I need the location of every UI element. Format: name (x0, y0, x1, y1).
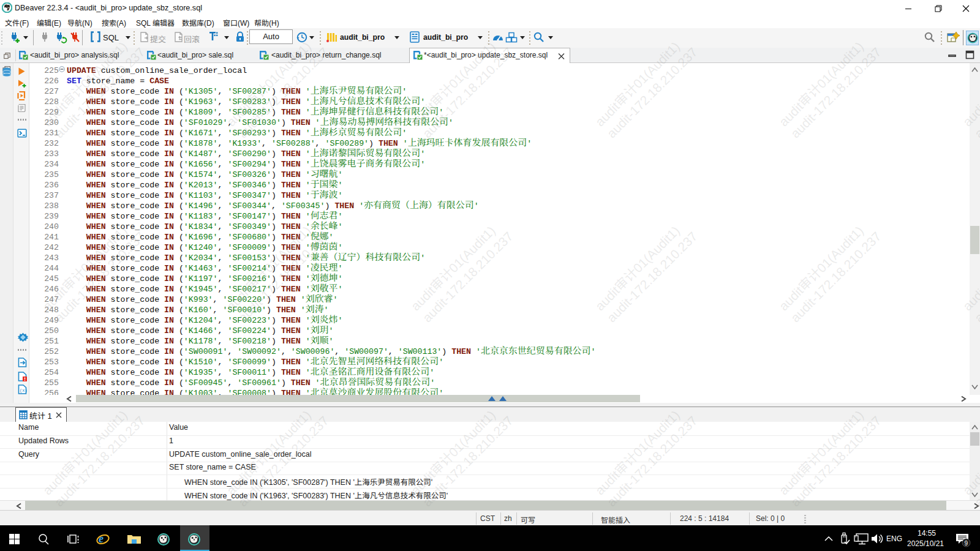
svg-text:9: 9 (965, 540, 968, 547)
svg-text:e: e (99, 533, 104, 545)
svg-text:(x): (x) (20, 388, 27, 393)
